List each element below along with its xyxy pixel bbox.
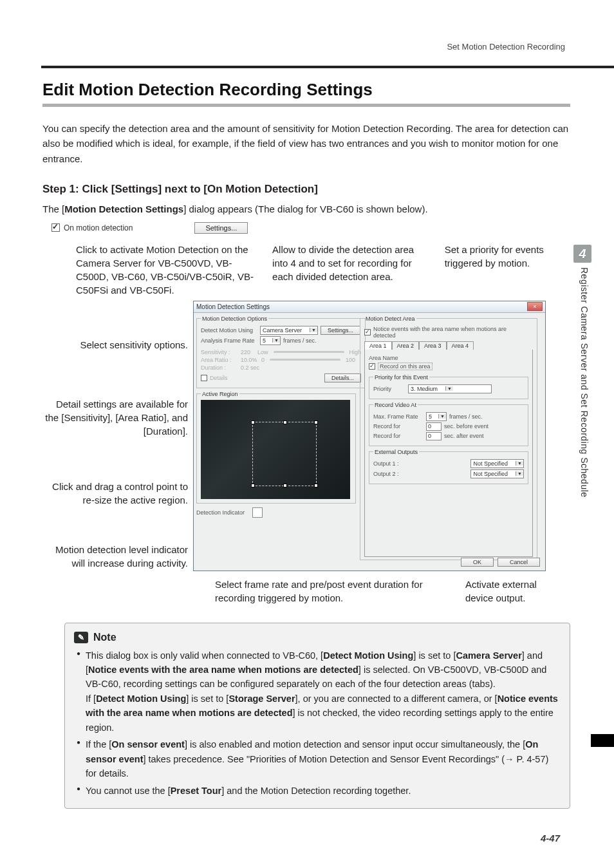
annot-frame-rate: Select frame rate and pre/post event dur… <box>215 578 440 605</box>
record-for-before-input[interactable]: 0 <box>426 422 442 431</box>
record-for-before-unit: sec. before event <box>444 423 488 429</box>
chapter-tab: 4 <box>573 245 591 263</box>
priority-select[interactable]: 3. Medium▼ <box>408 384 492 393</box>
output1-label: Output 1 : <box>373 460 405 467</box>
record-video-at-group: Record Video At Max. Frame Rate 5▼ frame… <box>369 402 528 446</box>
priority-label: Priority <box>373 386 405 392</box>
step1-subtext: The [Motion Detection Settings] dialog a… <box>42 203 565 214</box>
analysis-frame-rate-select[interactable]: 5▼ <box>260 336 281 345</box>
cancel-button[interactable]: Cancel <box>498 558 540 567</box>
close-icon[interactable]: × <box>527 302 543 311</box>
record-for-after-label: Record for <box>373 433 423 439</box>
on-motion-detection-checkbox[interactable] <box>51 223 60 232</box>
analysis-frame-rate-label: Analysis Frame Rate <box>201 337 257 344</box>
motion-detection-options-group: Motion Detection Options Detect Motion U… <box>196 316 366 388</box>
duration-label: Duration : <box>201 364 238 371</box>
chapter-side-title: Register Camera Server and Set Recording… <box>579 267 590 498</box>
note-icon: ✎ <box>74 632 88 643</box>
on-motion-detection-row: On motion detection Settings... <box>51 222 565 234</box>
notice-events-checkbox[interactable] <box>364 329 371 335</box>
sensitivity-value: 220 <box>241 349 255 355</box>
tab-area-3[interactable]: Area 3 <box>419 341 447 350</box>
detection-indicator-label: Detection Indicator <box>196 509 245 516</box>
active-region-group: Active Region <box>196 391 356 504</box>
resize-handle[interactable] <box>314 420 318 424</box>
area-name-label: Area Name <box>369 355 398 361</box>
note-item-3: You cannot use the [Preset Tour] and the… <box>77 784 561 798</box>
resize-handle[interactable] <box>251 484 255 487</box>
zero-label: 0 <box>261 357 265 363</box>
hundred-label: 100 <box>346 357 355 363</box>
duration-value: 0.2 sec <box>241 364 259 371</box>
details-checkbox-label: Details <box>210 375 228 381</box>
tab-area-1[interactable]: Area 1 <box>364 341 392 350</box>
note-title: Note <box>93 630 116 646</box>
area-tabs: Area 1 Area 2 Area 3 Area 4 <box>364 341 533 350</box>
chevron-down-icon: ▼ <box>516 471 523 476</box>
detection-indicator-box <box>252 507 263 518</box>
callout-details: Detail settings are available for the [S… <box>42 397 188 438</box>
output1-select[interactable]: Not Specified▼ <box>470 459 524 468</box>
chevron-down-icon: ▼ <box>516 461 523 466</box>
notice-events-label: Notice events with the area name when mo… <box>373 326 521 339</box>
step1-heading: Step 1: Click [Settings] next to [On Mot… <box>42 183 565 196</box>
max-frame-rate-label: Max. Frame Rate <box>373 413 423 420</box>
area-ratio-value: 10.0% <box>241 357 259 363</box>
details-button[interactable]: Details... <box>324 373 361 382</box>
settings-button[interactable]: Settings... <box>194 222 248 234</box>
chevron-down-icon: ▼ <box>272 338 280 343</box>
record-on-area-label: Record on this area <box>378 363 433 370</box>
top-rule <box>41 66 614 68</box>
record-on-area-checkbox[interactable] <box>369 363 375 370</box>
chevron-down-icon: ▼ <box>438 414 446 419</box>
output2-select[interactable]: Not Specified▼ <box>470 469 524 478</box>
tab-area-4[interactable]: Area 4 <box>447 341 474 350</box>
area-ratio-label: Area Ratio : <box>201 357 238 363</box>
title-rule <box>42 104 570 107</box>
mda-legend: Motion Detect Area <box>364 316 416 322</box>
afps-unit: frames / sec. <box>283 337 317 344</box>
ext-legend: External Outputs <box>373 449 419 455</box>
page-number: 4-47 <box>541 833 560 844</box>
selection-rectangle[interactable] <box>252 422 317 486</box>
annot-divide-area: Allow to divide the detection area into … <box>272 243 429 297</box>
sensitivity-label: Sensitivity : <box>201 349 238 355</box>
resize-handle[interactable] <box>283 420 287 424</box>
priority-legend: Priority for this Event <box>373 374 429 381</box>
note-item-1: This dialog box is only valid when conne… <box>77 648 561 735</box>
record-for-after-input[interactable]: 0 <box>426 432 442 440</box>
annot-external-output: Activate external device output. <box>465 578 565 605</box>
details-checkbox[interactable] <box>201 375 207 381</box>
running-header: Set Motion Detection Recording <box>447 42 565 52</box>
rva-legend: Record Video At <box>373 402 418 408</box>
external-outputs-group: External Outputs Output 1 : Not Specifie… <box>369 449 528 484</box>
output2-label: Output 2 : <box>373 471 405 477</box>
active-region-preview[interactable] <box>201 400 350 499</box>
resize-handle[interactable] <box>283 484 287 487</box>
priority-group: Priority for this Event Priority 3. Medi… <box>369 374 528 399</box>
max-frame-rate-select[interactable]: 5▼ <box>426 412 447 421</box>
detect-motion-using-label: Detect Motion Using <box>201 327 257 334</box>
low-label: Low <box>257 349 268 355</box>
callout-indicator: Motion detection level indicator will in… <box>42 543 188 570</box>
resize-handle[interactable] <box>314 484 318 487</box>
ok-button[interactable]: OK <box>461 558 494 567</box>
resize-handle[interactable] <box>251 420 255 424</box>
detect-motion-using-select[interactable]: Camera Server▼ <box>260 326 318 335</box>
on-motion-detection-label: On motion detection <box>64 223 133 232</box>
edge-marker <box>591 734 614 747</box>
tab-area-2[interactable]: Area 2 <box>392 341 420 350</box>
active-region-legend: Active Region <box>201 391 239 397</box>
area-ratio-slider[interactable] <box>270 359 340 361</box>
motion-detection-settings-dialog: Motion Detection Settings × Motion Detec… <box>193 301 546 571</box>
sensitivity-slider[interactable] <box>274 351 344 353</box>
detect-settings-button[interactable]: Settings... <box>321 326 360 335</box>
dialog-title: Motion Detection Settings <box>196 303 270 310</box>
annot-priority: Set a priority for events triggered by m… <box>445 243 565 297</box>
callout-resize-region: Click and drag a control point to re-siz… <box>42 480 188 507</box>
callout-sensitivity: Select sensitivity options. <box>80 338 188 352</box>
intro-paragraph: You can specify the detection area and t… <box>42 121 570 166</box>
annot-activate: Click to activate Motion Detection on th… <box>76 243 257 297</box>
page-title: Edit Motion Detection Recording Settings <box>42 80 565 100</box>
mdo-legend: Motion Detection Options <box>201 316 268 322</box>
